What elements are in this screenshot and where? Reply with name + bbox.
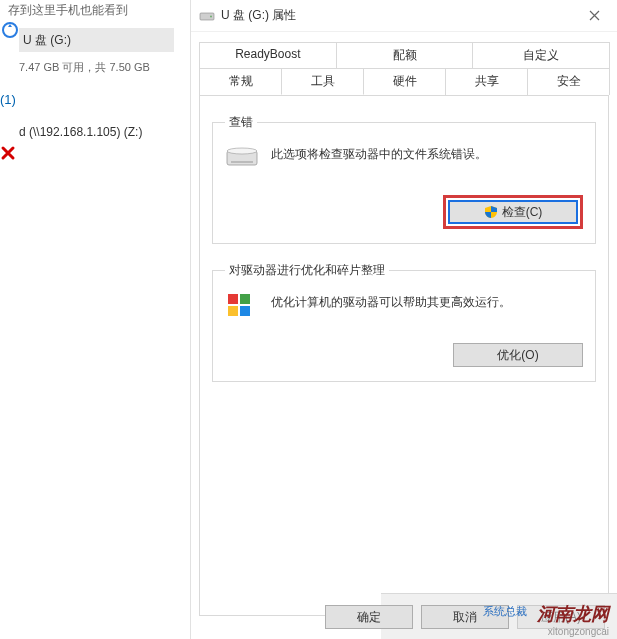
defrag-icon (225, 291, 259, 319)
optimize-description: 优化计算机的驱动器可以帮助其更高效运行。 (271, 291, 511, 311)
tab-tools[interactable]: 工具 (281, 68, 364, 95)
status-text: 存到这里手机也能看到 (8, 2, 128, 19)
tab-general[interactable]: 常规 (199, 68, 282, 95)
errorcheck-legend: 查错 (225, 114, 257, 131)
optimize-button-label: 优化(O) (497, 347, 538, 364)
sync-circle-icon (0, 20, 20, 40)
check-button[interactable]: 检查(C) (448, 200, 578, 224)
tab-security[interactable]: 安全 (527, 68, 610, 95)
svg-rect-6 (228, 294, 238, 304)
properties-dialog: U 盘 (G:) 属性 ReadyBoost 配额 自定义 常规 工具 硬件 共… (190, 0, 617, 639)
tab-quota[interactable]: 配额 (336, 42, 474, 69)
drive-label: U 盘 (G:) (23, 32, 71, 49)
svg-point-4 (227, 148, 257, 154)
optimize-legend: 对驱动器进行优化和碎片整理 (225, 262, 389, 279)
storage-info: 7.47 GB 可用，共 7.50 GB (19, 60, 150, 75)
optimize-button[interactable]: 优化(O) (453, 343, 583, 367)
tab-content-tools: 查错 此选项将检查驱动器中的文件系统错误。 检查(C) (199, 96, 609, 616)
svg-rect-8 (228, 306, 238, 316)
errorcheck-description: 此选项将检查驱动器中的文件系统错误。 (271, 143, 487, 163)
tab-hardware[interactable]: 硬件 (363, 68, 446, 95)
dialog-titlebar[interactable]: U 盘 (G:) 属性 (191, 0, 617, 32)
check-button-label: 检查(C) (502, 204, 543, 221)
tab-customize[interactable]: 自定义 (472, 42, 610, 69)
svg-rect-9 (240, 306, 250, 316)
tabs-row-bottom: 常规 工具 硬件 共享 安全 (199, 68, 609, 96)
dialog-title: U 盘 (G:) 属性 (221, 7, 296, 24)
watermark-blue: 系统总裁 (483, 604, 527, 619)
svg-rect-5 (231, 161, 253, 163)
svg-point-2 (210, 15, 212, 17)
drive-selection[interactable]: U 盘 (G:) (19, 28, 174, 52)
optimize-group: 对驱动器进行优化和碎片整理 优化计算机的驱动器可以帮助其更高效运行。 优化(O) (212, 262, 596, 382)
section-heading: (1) (0, 92, 16, 107)
close-button[interactable] (572, 0, 617, 30)
tab-container: ReadyBoost 配额 自定义 常规 工具 硬件 共享 安全 (191, 32, 617, 96)
watermark-main: 河南龙网 (537, 602, 609, 626)
tab-readyboost[interactable]: ReadyBoost (199, 42, 337, 69)
watermark: 河南龙网 xitongzongcai (537, 602, 609, 637)
disconnected-icon (0, 145, 16, 161)
svg-rect-7 (240, 294, 250, 304)
disk-icon (199, 10, 215, 22)
tab-sharing[interactable]: 共享 (445, 68, 528, 95)
network-drive-item[interactable]: d (\\192.168.1.105) (Z:) (19, 125, 142, 139)
check-button-highlight: 检查(C) (443, 195, 583, 229)
uac-shield-icon (484, 205, 498, 219)
watermark-sub: xitongzongcai (537, 626, 609, 637)
drive-check-icon (225, 143, 259, 171)
errorcheck-group: 查错 此选项将检查驱动器中的文件系统错误。 检查(C) (212, 114, 596, 244)
explorer-background: 存到这里手机也能看到 U 盘 (G:) 7.47 GB 可用，共 7.50 GB… (0, 0, 190, 639)
tabs-row-top: ReadyBoost 配额 自定义 (199, 42, 609, 69)
ok-button[interactable]: 确定 (325, 605, 413, 629)
